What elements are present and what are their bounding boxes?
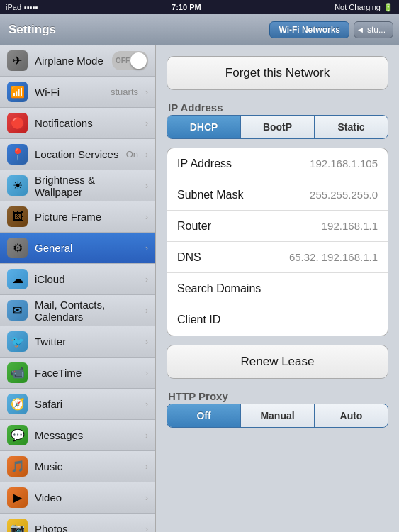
http-proxy-section: HTTP Proxy OffManualAuto bbox=[167, 387, 388, 428]
status-carrier: iPad ▪▪▪▪▪ bbox=[6, 3, 38, 11]
chevron-icon-photos: › bbox=[145, 524, 148, 533]
chevron-icon-icloud: › bbox=[145, 275, 148, 284]
ip-tab-dhcp[interactable]: DHCP bbox=[167, 116, 241, 138]
renew-lease-button[interactable]: Renew Lease bbox=[167, 345, 388, 378]
navigation-bar: Settings Wi-Fi Networks stu... bbox=[0, 14, 399, 45]
sidebar-item-wifi[interactable]: 📶Wi-Fistuarts› bbox=[0, 77, 155, 108]
icloud-icon: ☁ bbox=[7, 269, 28, 289]
sidebar-item-brightness[interactable]: ☀Brightness & Wallpaper› bbox=[0, 170, 155, 201]
proxy-tab-manual[interactable]: Manual bbox=[241, 404, 315, 427]
proxy-tab-auto[interactable]: Auto bbox=[315, 404, 388, 427]
general-icon: ⚙ bbox=[7, 238, 28, 258]
row-key: Search Domains bbox=[177, 282, 378, 295]
sidebar-item-icloud[interactable]: ☁iCloud› bbox=[0, 264, 155, 295]
forget-network-container: Forget this Network bbox=[167, 56, 388, 90]
sidebar-label-general: General bbox=[35, 242, 138, 254]
location-icon: 📍 bbox=[7, 144, 28, 165]
sidebar-label-safari: Safari bbox=[35, 398, 138, 410]
sidebar-label-video: Video bbox=[35, 492, 138, 504]
photos-icon: 📷 bbox=[7, 519, 28, 532]
sidebar-label-messages: Messages bbox=[35, 429, 138, 441]
row-value: 192.168.1.105 bbox=[310, 157, 378, 170]
table-row: Client ID bbox=[167, 304, 388, 336]
sidebar-item-music[interactable]: 🎵Music› bbox=[0, 451, 155, 482]
row-value: 255.255.255.0 bbox=[310, 189, 378, 201]
table-row: Search Domains bbox=[167, 273, 388, 304]
renew-lease-container: Renew Lease bbox=[167, 345, 388, 379]
sidebar-label-mail: Mail, Contacts, Calendars bbox=[35, 299, 138, 323]
sidebar-item-location[interactable]: 📍Location ServicesOn› bbox=[0, 139, 155, 170]
chevron-icon-picture: › bbox=[145, 212, 148, 222]
music-icon: 🎵 bbox=[7, 456, 28, 477]
http-proxy-label: HTTP Proxy bbox=[167, 387, 388, 404]
messages-icon: 💬 bbox=[7, 425, 28, 445]
back-button[interactable]: stu... bbox=[354, 21, 393, 38]
table-row: DNS65.32. 192.168.1.1 bbox=[167, 242, 388, 273]
mail-icon: ✉ bbox=[7, 300, 28, 321]
sidebar-item-twitter[interactable]: 🐦Twitter› bbox=[0, 326, 155, 358]
sidebar-item-messages[interactable]: 💬Messages› bbox=[0, 420, 155, 451]
wifi-networks-tab[interactable]: Wi-Fi Networks bbox=[269, 21, 349, 38]
notifications-icon: 🔴 bbox=[7, 113, 28, 133]
sidebar-item-photos[interactable]: 📷Photos› bbox=[0, 514, 155, 532]
sidebar-label-twitter: Twitter bbox=[35, 336, 138, 348]
safari-icon: 🧭 bbox=[7, 394, 28, 414]
row-value: 192.168.1.1 bbox=[322, 220, 378, 232]
ip-address-section: IP Address DHCPBootPStatic bbox=[167, 99, 388, 139]
table-row: Router192.168.1.1 bbox=[167, 211, 388, 242]
status-time: 7:10 PM bbox=[172, 3, 201, 11]
ip-tab-static[interactable]: Static bbox=[315, 116, 388, 138]
twitter-icon: 🐦 bbox=[7, 331, 28, 352]
sidebar-item-mail[interactable]: ✉Mail, Contacts, Calendars› bbox=[0, 295, 155, 326]
battery-text: Not Charging bbox=[335, 3, 381, 11]
chevron-icon-location: › bbox=[145, 150, 148, 160]
sidebar-label-location: Location Services bbox=[35, 148, 119, 160]
ip-tab-group: DHCPBootPStatic bbox=[167, 115, 388, 139]
proxy-tab-off[interactable]: Off bbox=[167, 404, 241, 427]
chevron-icon-music: › bbox=[145, 462, 148, 472]
sidebar-item-facetime[interactable]: 📹FaceTime› bbox=[0, 358, 155, 389]
brightness-icon: ☀ bbox=[7, 175, 28, 196]
proxy-tab-group: OffManualAuto bbox=[167, 404, 388, 428]
sidebar-value-location: On bbox=[126, 149, 138, 160]
ip-data-table: IP Address192.168.1.105Subnet Mask255.25… bbox=[167, 148, 388, 336]
sidebar-item-general[interactable]: ⚙General› bbox=[0, 233, 155, 264]
chevron-icon-wifi: › bbox=[145, 87, 148, 97]
row-key: Router bbox=[177, 220, 322, 233]
sidebar-item-airplane[interactable]: ✈Airplane ModeOFF bbox=[0, 45, 155, 77]
chevron-icon-brightness: › bbox=[145, 181, 148, 191]
sidebar-label-notifications: Notifications bbox=[35, 117, 138, 129]
table-row: IP Address192.168.1.105 bbox=[167, 148, 388, 179]
chevron-icon-twitter: › bbox=[145, 337, 148, 347]
ip-address-label: IP Address bbox=[167, 99, 388, 115]
sidebar-value-wifi: stuarts bbox=[111, 87, 138, 97]
settings-title: Settings bbox=[9, 23, 56, 37]
sidebar-label-airplane: Airplane Mode bbox=[35, 55, 105, 67]
sidebar-label-wifi: Wi-Fi bbox=[35, 86, 103, 98]
airplane-icon: ✈ bbox=[7, 50, 28, 71]
main-layout: ✈Airplane ModeOFF📶Wi-Fistuarts›🔴Notifica… bbox=[0, 45, 399, 532]
carrier-text: iPad bbox=[6, 3, 21, 11]
row-value: 65.32. 192.168.1.1 bbox=[289, 251, 378, 263]
sidebar-label-picture: Picture Frame bbox=[35, 211, 138, 223]
sidebar-label-photos: Photos bbox=[35, 523, 138, 532]
forget-network-button[interactable]: Forget this Network bbox=[167, 57, 388, 89]
table-row: Subnet Mask255.255.255.0 bbox=[167, 179, 388, 211]
row-key: Client ID bbox=[177, 314, 378, 326]
chevron-icon-mail: › bbox=[145, 306, 148, 316]
facetime-icon: 📹 bbox=[7, 362, 28, 383]
row-key: Subnet Mask bbox=[177, 189, 310, 201]
sidebar-item-video[interactable]: ▶Video› bbox=[0, 482, 155, 514]
chevron-icon-general: › bbox=[145, 243, 148, 253]
ip-tab-bootp[interactable]: BootP bbox=[241, 116, 315, 138]
picture-icon: 🖼 bbox=[7, 206, 28, 227]
status-battery: Not Charging 🔋 bbox=[335, 3, 393, 12]
status-bar: iPad ▪▪▪▪▪ 7:10 PM Not Charging 🔋 bbox=[0, 0, 399, 14]
toggle-airplane[interactable]: OFF bbox=[112, 51, 148, 70]
chevron-icon-safari: › bbox=[145, 399, 148, 409]
chevron-icon-facetime: › bbox=[145, 368, 148, 378]
sidebar-item-notifications[interactable]: 🔴Notifications› bbox=[0, 108, 155, 139]
sidebar-item-picture[interactable]: 🖼Picture Frame› bbox=[0, 201, 155, 233]
sidebar-item-safari[interactable]: 🧭Safari› bbox=[0, 389, 155, 420]
wifi-icon: 📶 bbox=[7, 82, 28, 102]
